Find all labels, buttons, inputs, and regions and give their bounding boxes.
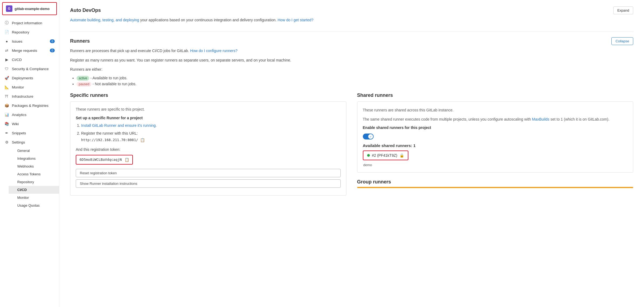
main-content: Auto DevOps Expand Automate building, te…: [59, 0, 644, 307]
and-token-label: And this registration token:: [76, 147, 341, 152]
settings-repository[interactable]: Repository: [9, 178, 59, 186]
sidebar-item-label: Packages & Registries: [12, 104, 49, 108]
sidebar-item-project-information[interactable]: ⓘ Project information: [0, 18, 59, 28]
settings-webhooks[interactable]: Webhooks: [9, 162, 59, 170]
divider-1: [70, 32, 633, 32]
sidebar-item-infrastructure[interactable]: ⛩ Infrastructure: [0, 92, 59, 101]
shared-runners-title: Shared runners: [357, 93, 633, 98]
collapse-button[interactable]: Collapse: [611, 37, 633, 45]
book-icon: 📄: [4, 30, 9, 35]
sidebar-item-label: Monitor: [12, 85, 24, 89]
setup-steps: Install GitLab Runner and ensure it's ru…: [76, 123, 341, 143]
wiki-icon: 📚: [4, 121, 9, 126]
sidebar-item-label: Project information: [12, 21, 42, 25]
runners-desc2: Register as many runners as you want. Yo…: [70, 57, 633, 63]
sidebar-item-issues[interactable]: ● Issues 0: [0, 37, 59, 46]
copy-url-icon[interactable]: 📋: [140, 137, 145, 143]
howto-link[interactable]: How do I get started?: [278, 18, 314, 22]
copy-token-icon[interactable]: 📋: [125, 158, 129, 162]
sidebar-item-label: Merge requests: [12, 49, 37, 53]
shared-runners-toggle[interactable]: ✓: [363, 134, 374, 139]
settings-general[interactable]: General: [9, 147, 59, 155]
sidebar-item-wiki[interactable]: 📚 Wiki: [0, 119, 59, 128]
sidebar: G gitlab-example-demo ⓘ Project informat…: [0, 0, 59, 307]
setup-title: Set up a specific Runner for a project: [76, 116, 341, 120]
runners-desc1: Runners are processes that pick up and e…: [70, 48, 633, 54]
settings-cicd[interactable]: CI/CD: [9, 186, 59, 194]
autodevops-title: Auto DevOps: [70, 8, 101, 13]
settings-icon: ⚙: [4, 140, 9, 145]
runners-title: Runners: [70, 38, 90, 44]
settings-usage-quotas[interactable]: Usage Quotas: [9, 202, 59, 209]
sidebar-item-analytics[interactable]: 📊 Analytics: [0, 110, 59, 119]
snippet-icon: ✒: [4, 131, 9, 135]
project-header[interactable]: G gitlab-example-demo: [2, 2, 57, 15]
sidebar-nav: ⓘ Project information 📄 Repository ● Iss…: [0, 17, 59, 210]
sidebar-item-packages[interactable]: 📦 Packages & Registries: [0, 101, 59, 110]
sidebar-item-cicd[interactable]: ▶ CI/CD: [0, 55, 59, 64]
sidebar-item-label: Analytics: [12, 113, 26, 117]
enable-shared-row: Enable shared runners for this project: [363, 125, 628, 130]
settings-monitor[interactable]: Monitor: [9, 194, 59, 202]
paused-badge: paused: [77, 82, 91, 87]
settings-access-tokens[interactable]: Access Tokens: [9, 170, 59, 178]
sidebar-item-label: Infrastructure: [12, 94, 33, 98]
sidebar-item-label: CI/CD: [12, 58, 22, 62]
shared-runners-box: These runners are shared across this Git…: [357, 101, 633, 173]
group-runners-bar: [357, 187, 633, 188]
runner-desc-text: demo: [363, 163, 628, 167]
sidebar-item-monitor[interactable]: 📐 Monitor: [0, 83, 59, 92]
sidebar-item-security[interactable]: 🛡 Security & Compliance: [0, 64, 59, 73]
project-avatar: G: [6, 5, 12, 12]
autodevops-header: Auto DevOps Expand: [70, 6, 633, 14]
sidebar-item-label: Security & Compliance: [12, 67, 49, 71]
sidebar-item-repository[interactable]: 📄 Repository: [0, 28, 59, 37]
runners-header: Runners Collapse: [70, 37, 633, 45]
package-icon: 📦: [4, 103, 9, 108]
settings-subnav: General Integrations Webhooks Access Tok…: [0, 147, 59, 209]
sidebar-item-label: Snippets: [12, 131, 26, 135]
monitor-icon: 📐: [4, 85, 9, 90]
autodevops-desc-mid: your applications based on your continuo…: [140, 18, 278, 22]
info-icon: ⓘ: [4, 21, 9, 25]
enable-label: Enable shared runners for this project: [363, 125, 431, 130]
specific-runners-col: Specific runners These runners are speci…: [70, 93, 346, 196]
shield-icon: 🛡: [4, 66, 9, 71]
runner-entry: #2 (PF41kT9Z) 🔒: [363, 151, 408, 160]
settings-integrations[interactable]: Integrations: [9, 155, 59, 162]
runner-url: http://192.168.211.70:8081/: [81, 137, 138, 143]
specific-runners-box: These runners are specific to this proje…: [70, 101, 346, 196]
expand-button[interactable]: Expand: [613, 6, 633, 14]
runners-section: Runners Collapse Runners are processes t…: [70, 37, 633, 195]
infra-icon: ⛩: [4, 94, 9, 99]
runner-id: #2 (PF41kT9Z): [372, 153, 397, 158]
sidebar-item-settings[interactable]: ⚙ Settings: [0, 138, 59, 147]
sidebar-item-deployments[interactable]: 🚀 Deployments: [0, 73, 59, 83]
chart-icon: 📊: [4, 112, 9, 117]
sidebar-item-label: Repository: [12, 30, 29, 34]
sidebar-item-merge-requests[interactable]: ⇄ Merge requests 0: [0, 46, 59, 55]
runners-status-list: active - Available to run jobs. paused -…: [70, 76, 633, 86]
configure-runners-link[interactable]: How do I configure runners?: [190, 49, 237, 53]
show-instructions-button[interactable]: Show Runner installation instructions: [76, 179, 341, 188]
active-desc: - Available to run jobs.: [90, 76, 128, 80]
paused-item: paused - Not available to run jobs.: [77, 82, 633, 86]
sidebar-item-label: Deployments: [12, 76, 33, 80]
install-runner-link[interactable]: Install GitLab Runner and ensure it's ru…: [81, 123, 157, 128]
cicd-icon: ▶: [4, 57, 9, 62]
sidebar-item-snippets[interactable]: ✒ Snippets: [0, 128, 59, 138]
sidebar-item-label: Wiki: [12, 122, 19, 126]
step-1: Install GitLab Runner and ensure it's ru…: [81, 123, 341, 128]
autodevops-desc: Automate building, testing, and deployin…: [70, 17, 633, 23]
runners-desc3: Runners are either:: [70, 66, 633, 72]
runner-status-dot: [367, 154, 370, 157]
runners-columns: Specific runners These runners are speci…: [70, 93, 633, 196]
merge-badge: 0: [50, 49, 55, 52]
toggle-knob: ✓: [368, 134, 373, 139]
autodevops-link[interactable]: Automate building, testing, and deployin…: [70, 18, 139, 22]
maxbuilds-link[interactable]: MaxBuilds: [532, 117, 550, 121]
project-name: gitlab-example-demo: [15, 7, 50, 11]
specific-runners-title: Specific runners: [70, 93, 346, 98]
reset-token-button[interactable]: Reset registration token: [76, 169, 341, 177]
registration-token-box: 6D5mo8iWCLBaVdqcaqjN 📋: [76, 155, 133, 165]
